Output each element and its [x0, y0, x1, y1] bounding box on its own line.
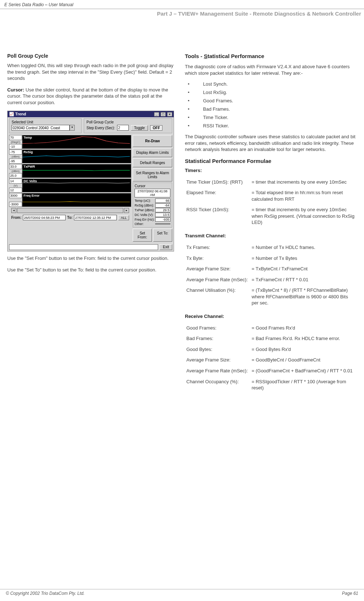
trend-title: Trend — [15, 112, 26, 116]
rx-unit: (dBm) — [9, 155, 22, 159]
selected-unit-legend: Selected Unit — [12, 120, 79, 124]
to-label: To: — [67, 216, 73, 220]
temp-hi: 70 — [9, 135, 22, 140]
freq-unit — [9, 200, 22, 200]
slider-right-icon[interactable]: ▸ — [124, 208, 129, 213]
table-cell: = TxByteCnt / TxFrameCnt — [250, 263, 357, 274]
tools-explain-text: The Diagnostic controller software uses … — [185, 134, 357, 153]
rx-channel-heading: Receive Channel: — [185, 314, 357, 319]
redraw-button[interactable]: Re-Draw — [133, 135, 172, 147]
dc-unit: (V) — [9, 184, 22, 188]
table-cell: Average Frame Rate (mSec): — [185, 365, 250, 376]
maximize-icon[interactable]: □ — [161, 112, 166, 116]
freq-lo: -3000 — [9, 202, 22, 207]
display-alarm-limits-button[interactable]: Display Alarm Limits — [133, 148, 172, 157]
table-cell: = timer that increments by one every 10m… — [250, 177, 357, 188]
table-cell: Tx Frames: — [185, 242, 250, 253]
cursor-dcvolts-value: 13.5 — [155, 213, 170, 217]
page-number: Page 61 — [342, 591, 358, 596]
cursor-text: Use the slider control, found at the bot… — [7, 87, 168, 105]
rx-table: Good Frames:= Good Frames Rx'd Bad Frame… — [185, 323, 357, 393]
cursor-temp-label: Temp (oC): — [135, 199, 151, 203]
status-bar — [9, 244, 158, 250]
dc-lo: 12 — [9, 188, 22, 193]
all-button[interactable]: ALL — [118, 215, 129, 220]
cursor-slider[interactable]: ◂ ▸ — [9, 207, 131, 214]
table-cell: = Total elapsed time in hh:mm:ss from re… — [250, 187, 357, 204]
table-cell: Elapsed Time: — [185, 187, 250, 204]
list-item: Lost RxSig. — [185, 90, 357, 95]
tools-heading-pre: Tools - — [185, 53, 204, 59]
left-column: Poll Group Cycle When toggled ON, this w… — [7, 53, 174, 398]
table-cell: Channel Occupancy (%): — [185, 376, 250, 393]
cursor-temp-value: 66 — [155, 199, 170, 203]
cursor-paragraph: Cursor: Use the slider control, found at… — [7, 87, 174, 106]
list-item: Good Frames. — [185, 98, 357, 103]
table-cell: = TxFrameCnt / RTT * 0.01 — [250, 274, 357, 285]
minimize-icon[interactable]: _ — [154, 112, 159, 116]
set-from-button[interactable]: Set From: — [133, 229, 152, 242]
trend-title-icon: 📈 Trend — [9, 112, 26, 116]
table-cell: Time Ticker (10mS): (RRT) — [185, 177, 250, 188]
temp-lo: -10 — [9, 144, 22, 149]
counters-list: Lost Synch. Lost RxSig. Good Frames. Bad… — [185, 81, 357, 128]
table-cell: = Good Bytes Rx'd — [250, 344, 357, 355]
rx-lo: -95 — [9, 159, 22, 164]
slider-track[interactable] — [17, 208, 123, 213]
tools-heading-underline: S — [204, 53, 207, 59]
trend-titlebar[interactable]: 📈 Trend _ □ × — [8, 111, 174, 117]
table-cell: = RSSIgoodTicker / RTT * 100 (Average fr… — [250, 376, 357, 393]
close-icon[interactable]: × — [167, 112, 172, 116]
formulae-heading: Statistical Performance Formulae — [185, 158, 357, 164]
table-cell: Channel Utilisation (%): — [185, 285, 250, 308]
poll-group-cycle-text: When toggled ON, this will step through … — [7, 62, 174, 82]
cursor-datetime: 27/07/2002 06:41:08 AM — [135, 189, 170, 197]
list-item: Lost Synch. — [185, 81, 357, 87]
chart-dcvolts: 14 (V) 12 DC Volts — [9, 179, 131, 193]
side-buttons-column: Re-Draw Display Alarm Limits Default Ran… — [133, 135, 172, 242]
tx-lo: 25.0 — [9, 173, 22, 178]
set-ranges-alarm-button[interactable]: Set Ranges to Alarm Limits — [133, 168, 172, 181]
set-to-button[interactable]: Set To: — [153, 229, 172, 242]
copyright-text: © Copyright 2002 Trio DataCom Pty. Ltd. — [6, 591, 84, 596]
selected-unit-combo[interactable] — [12, 125, 70, 131]
cursor-legend: Cursor — [135, 184, 170, 188]
poll-group-cycle-heading: Poll Group Cycle — [7, 53, 174, 59]
cursor-freqerr-label: Freq Err (Hz): — [135, 218, 154, 221]
table-cell: Average Frame Rate (mSec): — [185, 274, 250, 285]
part-title: Part J – TVIEW+ Management Suite - Remot… — [0, 9, 364, 17]
tx-hi: 33.0 — [9, 164, 22, 169]
doc-title: E Series Data Radio – User Manual — [4, 2, 360, 7]
cursor-rxsig-label: RxSig (dBm): — [135, 204, 154, 207]
default-ranges-button[interactable]: Default Ranges — [133, 158, 172, 167]
exit-button[interactable]: Exit — [160, 244, 172, 250]
table-cell: Bad Frames: — [185, 333, 250, 344]
set-to-text: Use the "Set To" button to set the To: f… — [7, 267, 174, 273]
cursor-freqerr-value: -935 — [155, 217, 170, 222]
toggle-button[interactable]: Toggle — [131, 125, 148, 131]
list-item: Time Ticker. — [185, 115, 357, 120]
from-input[interactable] — [23, 215, 66, 220]
table-cell: = Good Frames Rx'd — [250, 323, 357, 334]
chevron-down-icon[interactable]: ▾ — [70, 125, 75, 131]
charts-column: 70 (DegC) -10 Temp -75 (dBm) -95 — [9, 135, 131, 242]
step-every-input[interactable] — [117, 125, 129, 131]
tools-heading-rest: tatistical Performance — [207, 53, 264, 59]
chart-txpwr: 33.0 (dBm) 25.0 TxPWR — [9, 164, 131, 178]
right-column: Tools - Statistical Performance The diag… — [185, 53, 357, 398]
slider-left-icon[interactable]: ◂ — [11, 208, 16, 213]
cursor-txpwr-label: TxPwr (dBm): — [135, 208, 154, 212]
cursor-dcvolts-label: DC Volts (V): — [135, 213, 153, 217]
cursor-label: Cursor: — [7, 87, 24, 93]
set-from-text: Use the "Set From" button to set the Fro… — [7, 255, 174, 262]
freq-hi: 3000 — [9, 193, 22, 198]
poll-group-cycle-fieldset: Poll Group Cycle Step Every (Sec): Toggl… — [84, 118, 172, 133]
step-every-label: Step Every (Sec): — [86, 126, 115, 130]
toggle-state: OFF — [150, 125, 162, 131]
cursor-fieldset: Cursor 27/07/2002 06:41:08 AM Temp (oC):… — [133, 183, 172, 228]
to-input[interactable] — [74, 215, 117, 220]
table-cell: = Bad Frames Rx'd. Rx HDLC frame error. — [250, 333, 357, 344]
cursor-txpwr-value: 29.5 — [155, 208, 170, 212]
tools-intro-text: The diagnostic core of radios with Firmw… — [185, 64, 357, 76]
selected-unit-fieldset: Selected Unit ▾ — [9, 118, 82, 133]
